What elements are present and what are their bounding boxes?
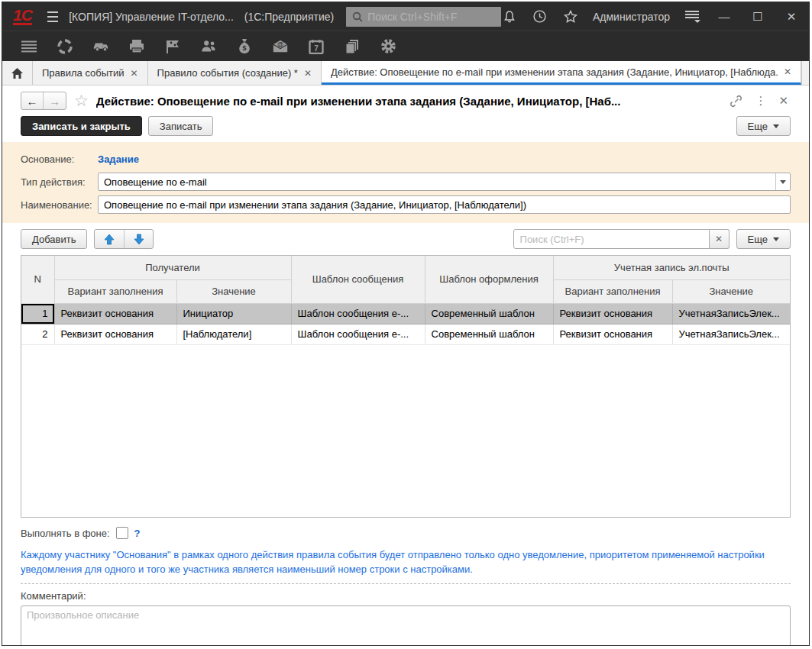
cell-recipient-value[interactable]: Инициатор [176, 303, 291, 324]
name-label: Наименование: [21, 199, 98, 211]
money-section-icon[interactable]: $ [236, 38, 253, 55]
move-row-group [94, 229, 154, 249]
settings-grid: N Получатели Шаблон сообщения Шаблон офо… [21, 255, 791, 518]
settings-gear-icon[interactable] [380, 38, 396, 55]
calendar-section-icon[interactable]: 7 [308, 38, 325, 55]
home-icon [11, 67, 24, 79]
cell-recipient-value[interactable]: [Наблюдатели] [176, 324, 291, 344]
main-menu-icon[interactable] [47, 11, 58, 22]
save-button[interactable]: Записать [148, 116, 214, 136]
more-actions-kebab-icon[interactable]: ⋮ [752, 94, 768, 108]
cell-recipient-variant[interactable]: Реквизит основания [54, 324, 176, 344]
comment-textarea[interactable] [21, 605, 791, 646]
home-tab[interactable] [2, 61, 33, 85]
more-button[interactable]: Еще [736, 116, 791, 136]
current-user[interactable]: Администратор [593, 11, 670, 23]
cell-design-template[interactable]: Современный шаблон [425, 303, 553, 324]
svg-text:$: $ [242, 44, 246, 52]
col-header-value[interactable]: Значение [672, 279, 790, 303]
col-header-recipients[interactable]: Получатели [54, 256, 291, 279]
functions-menu-icon[interactable] [21, 38, 37, 55]
desktop-section-icon[interactable] [57, 38, 73, 55]
get-link-icon[interactable] [727, 95, 745, 108]
col-header-n[interactable]: N [21, 256, 54, 303]
history-icon[interactable] [532, 8, 548, 25]
move-down-button[interactable] [124, 230, 153, 248]
title-bar: 1С [КОПИЯ] Управление IT-отдело... (1С:П… [2, 2, 809, 31]
cell-account-value[interactable]: УчетнаяЗаписьЭлек... [672, 303, 790, 324]
cell-recipient-variant[interactable]: Реквизит основания [54, 303, 176, 324]
tabs-overflow-button[interactable] [801, 61, 810, 85]
global-search-input[interactable]: Поиск Ctrl+Shift+F [346, 7, 501, 27]
form-header: ← → ☆ Действие: Оповещение по e-mail при… [2, 86, 809, 115]
parameters-panel: Основание: Задание Тип действия: Наимено… [2, 142, 809, 223]
cell-n[interactable]: 2 [21, 324, 54, 344]
table-row[interactable]: 1 Реквизит основания Инициатор Шаблон со… [21, 303, 790, 324]
col-header-value[interactable]: Значение [176, 279, 291, 303]
tab-close-icon[interactable]: ✕ [131, 68, 138, 79]
arrow-down-icon [134, 234, 144, 245]
vehicles-section-icon[interactable] [92, 38, 109, 55]
table-row[interactable]: 2 Реквизит основания [Наблюдатели] Шабло… [21, 324, 790, 344]
svg-text:@: @ [277, 41, 283, 48]
tab-label: Действие: Оповещение по e-mail при измен… [331, 66, 778, 78]
col-header-design-template[interactable]: Шаблон оформления [425, 256, 553, 303]
action-type-label: Тип действия: [21, 176, 98, 188]
tab-event-rules[interactable]: Правила событий ✕ [33, 61, 148, 85]
table-toolbar: Добавить ✕ Еще [2, 223, 809, 255]
table-search: ✕ [513, 229, 730, 249]
cell-n[interactable]: 1 [21, 303, 54, 324]
cell-account-variant[interactable]: Реквизит основания [553, 324, 672, 344]
arrow-up-icon [104, 234, 115, 245]
forward-button[interactable]: → [44, 92, 66, 109]
run-in-background-checkbox[interactable] [116, 527, 128, 539]
favorite-star-icon[interactable]: ☆ [74, 93, 89, 108]
cell-message-template[interactable]: Шаблон сообщения e-... [291, 324, 425, 344]
col-header-fill-variant[interactable]: Вариант заполнения [54, 279, 176, 303]
service-settings-icon[interactable] [684, 11, 700, 23]
tab-action-email[interactable]: Действие: Оповещение по e-mail при измен… [322, 61, 801, 85]
minimize-button[interactable]: — [714, 10, 734, 23]
name-input[interactable] [98, 195, 791, 214]
cell-account-variant[interactable]: Реквизит основания [553, 303, 672, 324]
notifications-bell-icon[interactable] [501, 8, 518, 25]
action-type-input[interactable] [98, 173, 791, 191]
move-up-button[interactable] [95, 230, 124, 248]
table-search-input[interactable] [513, 229, 710, 249]
svg-text:7: 7 [314, 44, 319, 53]
close-form-icon[interactable]: ✕ [776, 94, 791, 108]
global-search-placeholder: Поиск Ctrl+Shift+F [367, 11, 457, 23]
projects-flags-icon[interactable] [164, 38, 181, 55]
command-bar: Записать и закрыть Записать Еще [2, 115, 809, 142]
col-header-fill-variant[interactable]: Вариант заполнения [553, 279, 672, 303]
cell-account-value[interactable]: УчетнаяЗаписьЭлек... [672, 324, 790, 344]
back-button[interactable]: ← [21, 92, 44, 109]
chevron-down-icon [773, 124, 779, 128]
save-close-button[interactable]: Записать и закрыть [21, 116, 142, 136]
clear-search-button[interactable]: ✕ [710, 229, 730, 249]
mail-section-icon[interactable]: @ [272, 38, 289, 55]
cell-message-template[interactable]: Шаблон сообщения e-... [291, 303, 425, 324]
favorites-star-icon[interactable] [562, 8, 579, 25]
tab-close-icon[interactable]: ✕ [784, 66, 791, 77]
tab-close-icon[interactable]: ✕ [304, 68, 312, 79]
maximize-button[interactable]: ☐ [748, 10, 768, 24]
tab-label: Правило события (создание) * [157, 67, 298, 79]
cell-design-template[interactable]: Современный шаблон [425, 324, 553, 344]
help-link[interactable]: ? [134, 528, 141, 539]
action-type-dropdown-button[interactable] [775, 173, 790, 190]
tab-event-rule-new[interactable]: Правило события (создание) * ✕ [148, 61, 322, 85]
close-window-button[interactable]: ✕ [781, 10, 801, 24]
employees-section-icon[interactable] [200, 38, 217, 55]
tab-label: Правила событий [42, 67, 125, 79]
1c-logo-icon: 1С [13, 8, 32, 25]
add-row-button[interactable]: Добавить [21, 229, 87, 249]
col-header-email-account[interactable]: Учетная запись эл.почты [553, 256, 790, 279]
table-more-button[interactable]: Еще [736, 229, 791, 249]
chevron-down-icon [773, 237, 779, 241]
documents-section-icon[interactable] [344, 38, 361, 55]
comment-label: Комментарий: [21, 590, 791, 602]
col-header-message-template[interactable]: Шаблон сообщения [291, 256, 425, 303]
basis-value-link[interactable]: Задание [98, 153, 139, 165]
print-section-icon[interactable] [128, 38, 145, 55]
